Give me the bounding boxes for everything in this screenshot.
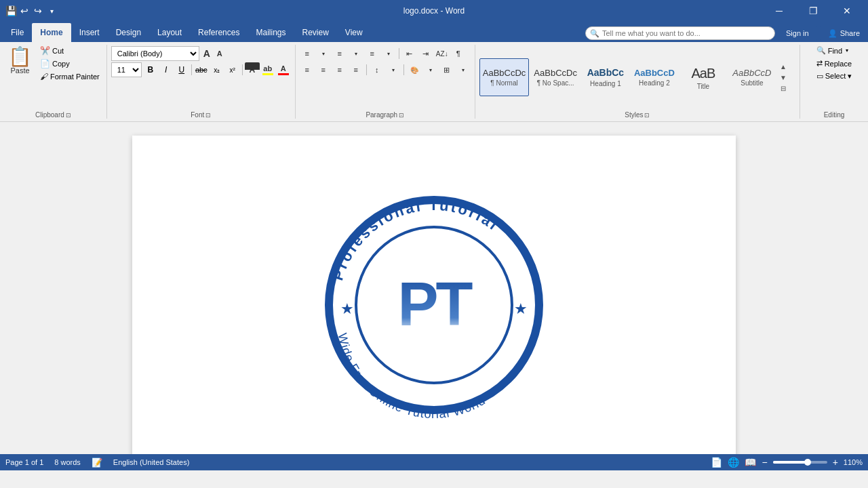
style-no-spacing[interactable]: AaBbCcDc ¶ No Spac... bbox=[530, 58, 580, 96]
paragraph-label[interactable]: Paragraph ⊡ bbox=[366, 111, 404, 119]
restore-button[interactable]: ❐ bbox=[797, 0, 829, 22]
show-formatting-button[interactable]: ¶ bbox=[451, 46, 466, 61]
styles-group: AaBbCcDc ¶ Normal AaBbCcDc ¶ No Spac... … bbox=[475, 45, 800, 119]
font-dialog-icon: ⊡ bbox=[205, 112, 211, 119]
decrease-indent-button[interactable]: ⇤ bbox=[402, 46, 417, 61]
tab-mailings[interactable]: Mailings bbox=[248, 23, 294, 42]
font-group: Calibri (Body) A A 11 B I U bbox=[107, 45, 296, 119]
tab-layout[interactable]: Layout bbox=[149, 23, 190, 42]
svg-text:★: ★ bbox=[514, 300, 528, 317]
style-heading2[interactable]: AaBbCcD Heading 2 bbox=[631, 58, 678, 96]
tab-references[interactable]: References bbox=[190, 23, 248, 42]
numbering-button[interactable]: ≡ bbox=[332, 46, 347, 61]
share-button[interactable]: 👤 Share bbox=[820, 26, 868, 41]
customize-qat-icon[interactable]: ▾ bbox=[46, 5, 57, 16]
print-layout-view-button[interactable]: 📄 bbox=[711, 457, 722, 468]
font-size-select[interactable]: 11 bbox=[111, 62, 142, 77]
replace-icon: ⇄ bbox=[816, 59, 823, 68]
multilevel-dropdown[interactable]: ▾ bbox=[381, 46, 396, 61]
styles-scroll: ▲ ▼ ⊟ bbox=[778, 61, 788, 94]
subscript-button[interactable]: x₂ bbox=[210, 62, 224, 77]
find-button[interactable]: 🔍 Find ▾ bbox=[814, 45, 851, 56]
tab-insert[interactable]: Insert bbox=[71, 23, 108, 42]
redo-icon[interactable]: ↪ bbox=[33, 5, 43, 16]
close-button[interactable]: ✕ bbox=[831, 0, 863, 22]
multilevel-button[interactable]: ≡ bbox=[365, 46, 380, 61]
font-face-select[interactable]: Calibri (Body) bbox=[111, 46, 199, 61]
zoom-slider[interactable] bbox=[773, 461, 827, 464]
shading-dropdown[interactable]: ▾ bbox=[423, 62, 438, 77]
language[interactable]: English (United States) bbox=[113, 458, 190, 466]
bold-button[interactable]: B bbox=[143, 62, 158, 77]
tab-home[interactable]: Home bbox=[32, 23, 71, 42]
style-subtitle[interactable]: AaBbCcD Subtitle bbox=[728, 58, 776, 96]
align-center-button[interactable]: ≡ bbox=[316, 62, 331, 77]
font-label[interactable]: Font ⊡ bbox=[191, 111, 211, 119]
text-effects-button[interactable]: A bbox=[245, 62, 260, 77]
align-right-button[interactable]: ≡ bbox=[332, 62, 347, 77]
zoom-out-button[interactable]: − bbox=[762, 457, 767, 468]
styles-scroll-down[interactable]: ▼ bbox=[778, 72, 788, 83]
format-painter-button[interactable]: 🖌 Format Painter bbox=[37, 70, 102, 83]
window-title: logo.docx - Word bbox=[403, 6, 465, 16]
find-dropdown: ▾ bbox=[846, 47, 848, 54]
styles-scroll-up[interactable]: ▲ bbox=[778, 61, 788, 72]
line-spacing-dropdown[interactable]: ▾ bbox=[386, 62, 401, 77]
proofing-icon[interactable]: 📝 bbox=[92, 458, 102, 468]
styles-label[interactable]: Styles ⊡ bbox=[625, 111, 650, 119]
save-icon[interactable]: 💾 bbox=[5, 5, 16, 16]
superscript-button[interactable]: x² bbox=[225, 62, 240, 77]
zoom-level[interactable]: 110% bbox=[844, 458, 863, 466]
styles-dialog-icon: ⊡ bbox=[644, 112, 650, 119]
borders-dropdown[interactable]: ▾ bbox=[456, 62, 471, 77]
clipboard-label[interactable]: Clipboard ⊡ bbox=[35, 111, 71, 119]
bullets-dropdown[interactable]: ▾ bbox=[316, 46, 331, 61]
web-layout-view-button[interactable]: 🌐 bbox=[728, 457, 739, 468]
zoom-in-button[interactable]: + bbox=[833, 457, 838, 468]
decrease-font-size-button[interactable]: A bbox=[214, 47, 226, 60]
styles-more[interactable]: ⊟ bbox=[778, 83, 788, 94]
format-painter-icon: 🖌 bbox=[40, 72, 48, 81]
signin-button[interactable]: Sign in bbox=[778, 26, 817, 41]
font-color-button[interactable]: A bbox=[276, 62, 291, 77]
highlight-color-button[interactable]: ab bbox=[260, 62, 275, 77]
style-heading1[interactable]: AaBbCc Heading 1 bbox=[582, 58, 629, 96]
underline-button[interactable]: U bbox=[174, 62, 189, 77]
line-spacing-button[interactable]: ↕ bbox=[370, 62, 384, 77]
copy-button[interactable]: 📄 Copy bbox=[37, 58, 102, 70]
tellme-input[interactable] bbox=[585, 26, 775, 40]
replace-button[interactable]: ⇄ Replace bbox=[814, 58, 854, 69]
tab-design[interactable]: Design bbox=[108, 23, 149, 42]
strikethrough-button[interactable]: abc bbox=[194, 62, 209, 77]
minimize-button[interactable]: ─ bbox=[764, 0, 795, 22]
logo-svg: ★ ★ Professional Tutorial bbox=[319, 190, 549, 420]
read-mode-button[interactable]: 📖 bbox=[745, 457, 756, 468]
sort-button[interactable]: AZ↓ bbox=[435, 46, 450, 61]
cut-button[interactable]: ✂️ Cut bbox=[37, 45, 102, 57]
borders-button[interactable]: ⊞ bbox=[439, 62, 454, 77]
italic-button[interactable]: I bbox=[159, 62, 174, 77]
tellme-wrapper: 🔍 bbox=[585, 26, 775, 40]
share-icon: 👤 bbox=[828, 29, 837, 38]
paste-button[interactable]: 📋 Paste bbox=[4, 45, 36, 110]
style-normal[interactable]: AaBbCcDc ¶ Normal bbox=[479, 58, 530, 96]
editing-label[interactable]: Editing bbox=[824, 111, 845, 119]
status-bar: Page 1 of 1 8 words 📝 English (United St… bbox=[0, 454, 868, 470]
shading-button[interactable]: 🎨 bbox=[407, 62, 422, 77]
numbering-dropdown[interactable]: ▾ bbox=[349, 46, 363, 61]
svg-text:★: ★ bbox=[340, 300, 354, 317]
align-left-button[interactable]: ≡ bbox=[300, 62, 315, 77]
increase-font-size-button[interactable]: A bbox=[201, 47, 213, 60]
select-button[interactable]: ▭ Select ▾ bbox=[814, 70, 855, 82]
ribbon-tabs: File Home Insert Design Layout Reference… bbox=[0, 22, 868, 42]
undo-icon[interactable]: ↩ bbox=[19, 5, 30, 16]
justify-button[interactable]: ≡ bbox=[349, 62, 363, 77]
style-title[interactable]: AaB Title bbox=[679, 58, 727, 96]
bullets-button[interactable]: ≡ bbox=[300, 46, 315, 61]
window-controls: ─ ❐ ✕ bbox=[764, 0, 863, 22]
increase-indent-button[interactable]: ⇥ bbox=[418, 46, 433, 61]
tab-review[interactable]: Review bbox=[294, 23, 336, 42]
clipboard-dialog-icon: ⊡ bbox=[66, 112, 71, 119]
tab-file[interactable]: File bbox=[3, 23, 32, 42]
tab-view[interactable]: View bbox=[337, 23, 371, 42]
